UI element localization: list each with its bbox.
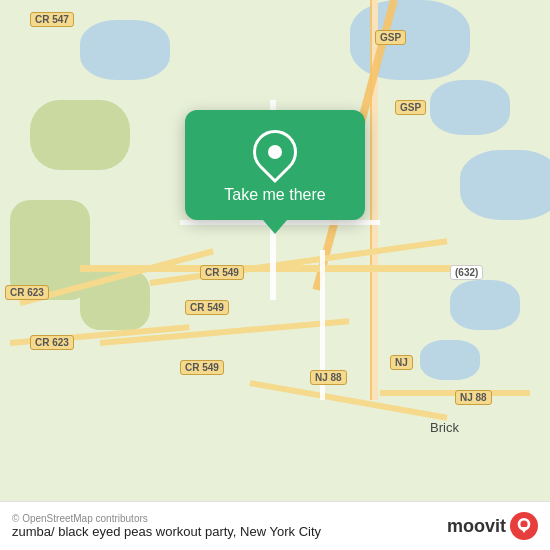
water-body	[80, 20, 170, 80]
road-label-gsp2: GSP	[395, 100, 426, 115]
road-label-nj88a: NJ 88	[310, 370, 347, 385]
svg-point-1	[520, 521, 527, 528]
water-body	[420, 340, 480, 380]
road-label-cr623a: CR 623	[5, 285, 49, 300]
event-title: zumba/ black eyed peas workout party, Ne…	[12, 524, 321, 539]
map-container: CR 547 GSP GSP CR 623 CR 549 CR 623 CR 5…	[0, 0, 550, 550]
location-pin-icon	[244, 121, 306, 183]
road-label-gsp1: GSP	[375, 30, 406, 45]
moovit-icon	[510, 512, 538, 540]
road-label-cr549b: CR 549	[185, 300, 229, 315]
road-label-cr549a: CR 549	[200, 265, 244, 280]
moovit-text: moovit	[447, 516, 506, 537]
road-label-nj: NJ	[390, 355, 413, 370]
popup-label: Take me there	[224, 186, 325, 204]
road-label-nj88b: NJ 88	[455, 390, 492, 405]
city-label-brick: Brick	[430, 420, 459, 435]
water-body	[460, 150, 550, 220]
bottom-left: © OpenStreetMap contributors zumba/ blac…	[12, 513, 321, 539]
svg-marker-2	[520, 527, 527, 533]
water-body	[450, 280, 520, 330]
water-body	[430, 80, 510, 135]
road-label-cr549c: CR 549	[180, 360, 224, 375]
bottom-bar: © OpenStreetMap contributors zumba/ blac…	[0, 501, 550, 550]
green-area	[30, 100, 130, 170]
moovit-logo: moovit	[447, 512, 538, 540]
road-label-cr547: CR 547	[30, 12, 74, 27]
popup-card[interactable]: Take me there	[185, 110, 365, 220]
copyright-text: © OpenStreetMap contributors	[12, 513, 321, 524]
water-body	[350, 0, 470, 80]
road-label-cr623b: CR 623	[30, 335, 74, 350]
road-label-632: (632)	[450, 265, 483, 280]
moovit-pin-icon	[515, 517, 533, 535]
